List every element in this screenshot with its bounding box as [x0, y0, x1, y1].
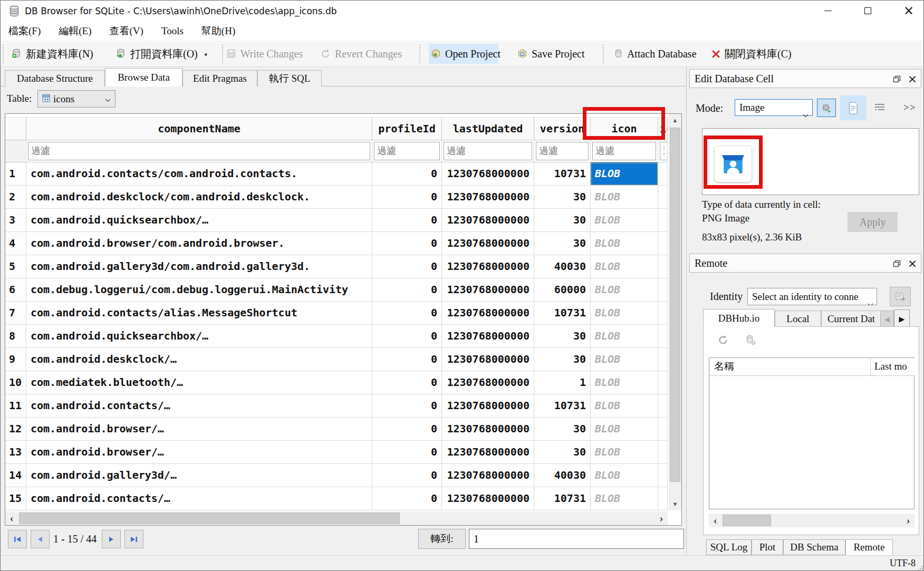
dropdown-caret-icon[interactable]: ▼	[204, 52, 208, 57]
componentname-cell[interactable]: com.android.quicksearchbox/…	[26, 209, 372, 232]
partial-cell[interactable]	[658, 348, 668, 371]
profileid-cell[interactable]: 0	[372, 232, 442, 255]
new-database-button[interactable]: 新建資料庫(N)	[11, 44, 93, 64]
horizontal-scrollbar[interactable]: ‹ ›	[5, 511, 668, 525]
partial-cell[interactable]	[658, 441, 668, 464]
componentname-cell[interactable]: com.android.browser/…	[26, 441, 372, 464]
row-number-cell[interactable]: 8	[5, 325, 26, 348]
icon-cell[interactable]: BLOB	[591, 348, 658, 371]
menu-item-file[interactable]: 檔案(F)	[1, 22, 49, 41]
next-record-button[interactable]	[102, 530, 121, 548]
first-record-button[interactable]	[8, 530, 27, 548]
row-number-cell[interactable]: 11	[5, 394, 26, 418]
remote-tab-current-database[interactable]: Current Dat	[821, 311, 881, 327]
gutter-header[interactable]	[5, 117, 26, 140]
remote-tab-dbhubio[interactable]: DBHub.io	[703, 309, 775, 327]
row-number-cell[interactable]: 2	[5, 186, 26, 209]
icon-cell[interactable]: BLOB	[591, 186, 658, 209]
maximize-button[interactable]	[854, 1, 881, 21]
partial-cell[interactable]	[658, 209, 668, 232]
version-cell[interactable]: 10731	[534, 162, 591, 186]
componentname-cell[interactable]: com.android.browser/com.android.browser.	[26, 232, 372, 255]
vertical-scrollbar-thumb[interactable]	[670, 128, 680, 482]
save-project-button[interactable]: Save Project	[517, 44, 585, 64]
column-header-lastupdated[interactable]: lastUpdated	[442, 117, 534, 140]
row-number-cell[interactable]: 6	[5, 278, 26, 302]
row-number-cell[interactable]: 1	[5, 162, 26, 186]
icon-cell[interactable]: BLOB	[591, 371, 658, 394]
componentname-cell[interactable]: com.android.deskclock/com.android.deskcl…	[26, 186, 372, 209]
profileid-cell[interactable]: 0	[372, 209, 442, 232]
partial-cell[interactable]	[658, 418, 668, 441]
open-database-button[interactable]: 打開資料庫(O) ▼	[116, 44, 208, 64]
version-cell[interactable]: 30	[534, 186, 591, 209]
profileid-cell[interactable]: 0	[372, 394, 442, 418]
componentname-cell[interactable]: com.android.deskclock/…	[26, 348, 372, 371]
apply-button[interactable]: Apply	[848, 212, 898, 232]
lastupdated-cell[interactable]: 1230768000000	[442, 487, 534, 510]
icon-cell[interactable]: BLOB	[591, 487, 658, 510]
partial-cell[interactable]	[658, 186, 668, 209]
icon-cell[interactable]: BLOB	[591, 464, 658, 487]
partial-cell[interactable]	[658, 487, 668, 510]
tab-database-structure[interactable]: Database Structure	[5, 70, 105, 86]
partial-cell[interactable]	[658, 371, 668, 394]
partial-cell[interactable]	[658, 464, 668, 487]
remote-name-column-header[interactable]: 名稱	[709, 358, 871, 376]
remote-tab-local[interactable]: Local	[775, 311, 821, 327]
column-header-profileid[interactable]: profileId	[372, 117, 442, 140]
version-cell[interactable]: 30	[534, 348, 591, 371]
dock-tab-sql-log[interactable]: SQL Log	[706, 539, 752, 555]
column-header-version[interactable]: version	[534, 117, 591, 140]
profileid-cell[interactable]: 0	[372, 464, 442, 487]
lastupdated-cell[interactable]: 1230768000000	[442, 278, 534, 302]
close-button[interactable]: ×	[895, 1, 922, 21]
remote-scrollbar-thumb[interactable]	[723, 515, 771, 526]
version-cell[interactable]: 30	[534, 441, 591, 464]
componentname-cell[interactable]: com.mediatek.bluetooth/…	[26, 371, 372, 394]
componentname-cell[interactable]: com.android.contacts/…	[26, 487, 372, 510]
scroll-right-button[interactable]: ›	[655, 511, 668, 525]
lastupdated-cell[interactable]: 1230768000000	[442, 441, 534, 464]
lastupdated-cell[interactable]: 1230768000000	[442, 255, 534, 278]
lastupdated-cell[interactable]: 1230768000000	[442, 162, 534, 186]
icon-cell[interactable]: BLOB	[591, 394, 658, 418]
componentname-cell[interactable]: com.debug.loggerui/com.debug.loggerui.Ma…	[26, 278, 372, 302]
componentname-cell[interactable]: com.android.quicksearchbox/…	[26, 325, 372, 348]
profileid-cell[interactable]: 0	[372, 325, 442, 348]
panel-splitter[interactable]	[686, 67, 687, 555]
icon-cell[interactable]: BLOB	[591, 209, 658, 232]
menu-item-tools[interactable]: Tools	[153, 22, 191, 41]
icon-cell[interactable]: BLOB	[591, 302, 658, 325]
icon-cell[interactable]: BLOB	[591, 441, 658, 464]
tabs-scroll-left-button[interactable]: ◀	[880, 311, 894, 328]
remote-upload-button[interactable]	[745, 334, 756, 348]
scroll-left-button[interactable]: ‹	[5, 511, 18, 525]
icon-cell[interactable]: BLOB	[591, 162, 658, 186]
version-cell[interactable]: 40030	[534, 255, 591, 278]
row-number-cell[interactable]: 13	[5, 441, 26, 464]
open-project-button[interactable]: Open Project	[429, 44, 498, 64]
remote-horizontal-scrollbar[interactable]: ‹ ›	[709, 514, 915, 527]
scroll-up-button[interactable]: ▲	[669, 114, 681, 127]
version-cell[interactable]: 30	[534, 418, 591, 441]
row-number-cell[interactable]: 3	[5, 209, 26, 232]
profileid-cell[interactable]: 0	[372, 348, 442, 371]
close-database-button[interactable]: 關閉資料庫(C)	[711, 44, 792, 64]
componentname-cell[interactable]: com.android.contacts/…	[26, 394, 372, 418]
profileid-cell[interactable]: 0	[372, 255, 442, 278]
lastupdated-cell[interactable]: 1230768000000	[442, 418, 534, 441]
scroll-down-button[interactable]: ▼	[669, 498, 681, 510]
version-cell[interactable]: 10731	[534, 394, 591, 418]
float-panel-button[interactable]	[889, 257, 904, 270]
lastupdated-cell[interactable]: 1230768000000	[442, 232, 534, 255]
version-cell[interactable]: 30	[534, 325, 591, 348]
row-number-cell[interactable]: 12	[5, 418, 26, 441]
profileid-cell[interactable]: 0	[372, 487, 442, 510]
partial-cell[interactable]	[658, 325, 668, 348]
row-number-cell[interactable]: 14	[5, 464, 26, 487]
componentname-cell[interactable]: com.android.contacts/alias.MessageShortc…	[26, 302, 372, 325]
dock-tab-plot[interactable]: Plot	[752, 539, 783, 555]
partial-cell[interactable]	[658, 255, 668, 278]
column-header-componentname[interactable]: componentName	[26, 117, 372, 140]
